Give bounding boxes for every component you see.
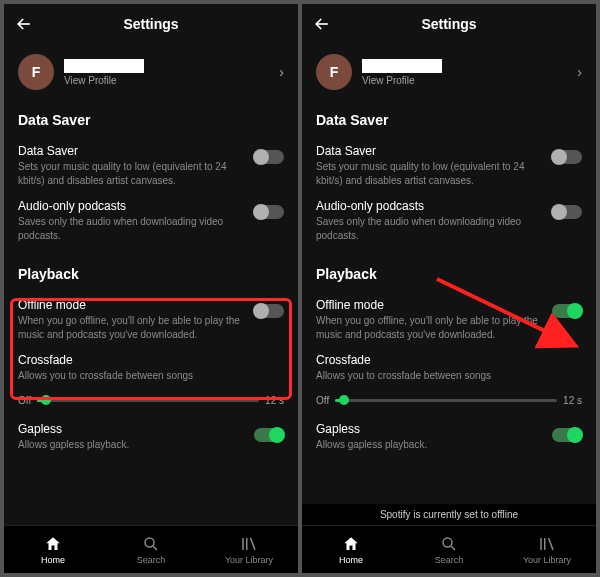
section-data-saver: Data Saver xyxy=(18,112,284,128)
nav-home-label: Home xyxy=(339,555,363,565)
profile-name-block: View Profile xyxy=(362,59,577,86)
setting-crossfade: Crossfade Allows you to crossfade betwee… xyxy=(18,347,284,389)
svg-point-0 xyxy=(145,538,154,547)
settings-content: F View Profile › Data Saver Data Saver S… xyxy=(302,44,596,525)
setting-offline: Offline mode When you go offline, you'll… xyxy=(316,292,582,347)
crossfade-desc: Allows you to crossfade between songs xyxy=(18,369,274,383)
profile-name-redacted xyxy=(64,59,144,73)
settings-content: F View Profile › Data Saver Data Saver S… xyxy=(4,44,298,525)
header: Settings xyxy=(4,4,298,44)
profile-row[interactable]: F View Profile › xyxy=(18,48,284,94)
section-playback: Playback xyxy=(18,266,284,282)
back-icon[interactable] xyxy=(312,14,332,34)
audio-only-title: Audio-only podcasts xyxy=(18,199,244,213)
crossfade-max: 12 s xyxy=(563,395,582,406)
audio-only-desc: Saves only the audio when downloading vi… xyxy=(316,215,542,242)
header: Settings xyxy=(302,4,596,44)
setting-offline: Offline mode When you go offline, you'll… xyxy=(18,292,284,347)
bottom-nav: Home Search Your Library xyxy=(4,525,298,573)
bottom-nav: Home Search Your Library xyxy=(302,525,596,573)
offline-toggle[interactable] xyxy=(552,304,582,318)
nav-search-label: Search xyxy=(435,555,464,565)
crossfade-slider-row: Off 12 s xyxy=(316,389,582,416)
phone-right: Settings F View Profile › Data Saver Dat… xyxy=(302,4,596,573)
crossfade-slider[interactable] xyxy=(335,399,557,402)
chevron-right-icon: › xyxy=(279,64,284,80)
gapless-desc: Allows gapless playback. xyxy=(316,438,542,452)
crossfade-min: Off xyxy=(18,395,31,406)
offline-title: Offline mode xyxy=(316,298,542,312)
nav-search[interactable]: Search xyxy=(400,526,498,573)
data-saver-toggle[interactable] xyxy=(552,150,582,164)
setting-gapless: Gapless Allows gapless playback. xyxy=(316,416,582,458)
profile-name-block: View Profile xyxy=(64,59,279,86)
audio-only-title: Audio-only podcasts xyxy=(316,199,542,213)
offline-desc: When you go offline, you'll only be able… xyxy=(18,314,244,341)
audio-only-desc: Saves only the audio when downloading vi… xyxy=(18,215,244,242)
gapless-toggle[interactable] xyxy=(552,428,582,442)
section-data-saver: Data Saver xyxy=(316,112,582,128)
gapless-toggle[interactable] xyxy=(254,428,284,442)
chevron-right-icon: › xyxy=(577,64,582,80)
svg-point-1 xyxy=(443,538,452,547)
setting-audio-only: Audio-only podcasts Saves only the audio… xyxy=(18,193,284,248)
crossfade-title: Crossfade xyxy=(316,353,572,367)
setting-crossfade: Crossfade Allows you to crossfade betwee… xyxy=(316,347,582,389)
offline-desc: When you go offline, you'll only be able… xyxy=(316,314,542,341)
back-icon[interactable] xyxy=(14,14,34,34)
gapless-desc: Allows gapless playback. xyxy=(18,438,244,452)
profile-name-redacted xyxy=(362,59,442,73)
nav-search-label: Search xyxy=(137,555,166,565)
setting-audio-only: Audio-only podcasts Saves only the audio… xyxy=(316,193,582,248)
page-title: Settings xyxy=(123,16,178,32)
offline-toast: Spotify is currently set to offline xyxy=(302,504,596,525)
nav-library[interactable]: Your Library xyxy=(200,526,298,573)
avatar: F xyxy=(18,54,54,90)
nav-library[interactable]: Your Library xyxy=(498,526,596,573)
audio-only-toggle[interactable] xyxy=(254,205,284,219)
profile-row[interactable]: F View Profile › xyxy=(316,48,582,94)
nav-library-label: Your Library xyxy=(523,555,571,565)
section-playback: Playback xyxy=(316,266,582,282)
crossfade-title: Crossfade xyxy=(18,353,274,367)
data-saver-title: Data Saver xyxy=(316,144,542,158)
crossfade-max: 12 s xyxy=(265,395,284,406)
nav-home-label: Home xyxy=(41,555,65,565)
data-saver-title: Data Saver xyxy=(18,144,244,158)
page-title: Settings xyxy=(421,16,476,32)
audio-only-toggle[interactable] xyxy=(552,205,582,219)
nav-home[interactable]: Home xyxy=(302,526,400,573)
view-profile-label: View Profile xyxy=(64,75,279,86)
avatar: F xyxy=(316,54,352,90)
offline-title: Offline mode xyxy=(18,298,244,312)
phone-left: Settings F View Profile › Data Saver Dat… xyxy=(4,4,298,573)
crossfade-slider[interactable] xyxy=(37,399,259,402)
setting-data-saver: Data Saver Sets your music quality to lo… xyxy=(18,138,284,193)
gapless-title: Gapless xyxy=(316,422,542,436)
crossfade-slider-row: Off 12 s xyxy=(18,389,284,416)
gapless-title: Gapless xyxy=(18,422,244,436)
crossfade-desc: Allows you to crossfade between songs xyxy=(316,369,572,383)
nav-home[interactable]: Home xyxy=(4,526,102,573)
setting-data-saver: Data Saver Sets your music quality to lo… xyxy=(316,138,582,193)
data-saver-toggle[interactable] xyxy=(254,150,284,164)
nav-library-label: Your Library xyxy=(225,555,273,565)
data-saver-desc: Sets your music quality to low (equivale… xyxy=(18,160,244,187)
view-profile-label: View Profile xyxy=(362,75,577,86)
crossfade-min: Off xyxy=(316,395,329,406)
setting-gapless: Gapless Allows gapless playback. xyxy=(18,416,284,458)
nav-search[interactable]: Search xyxy=(102,526,200,573)
offline-toggle[interactable] xyxy=(254,304,284,318)
data-saver-desc: Sets your music quality to low (equivale… xyxy=(316,160,542,187)
